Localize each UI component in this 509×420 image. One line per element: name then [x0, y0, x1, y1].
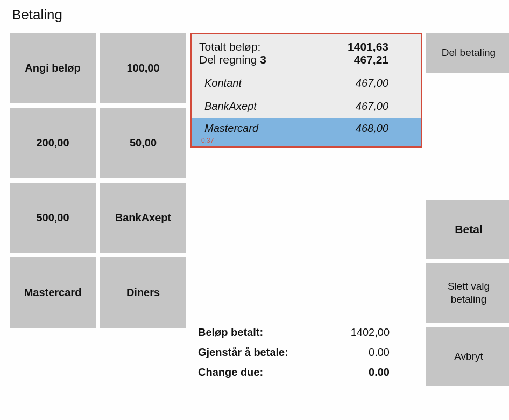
- payment-amount: 467,00: [356, 100, 413, 113]
- remaining-label: Gjenstår å betale:: [198, 346, 288, 359]
- mastercard-button[interactable]: Mastercard: [10, 257, 96, 328]
- split-payment-button[interactable]: Del betaling: [426, 33, 509, 73]
- cancel-button[interactable]: Avbryt: [426, 327, 509, 386]
- payment-sub-amount: 0,37: [201, 137, 214, 144]
- payment-method: Kontant: [204, 77, 242, 89]
- amount-keypad: Angi beløp 100,00 200,00 50,00 500,00 Ba…: [10, 33, 186, 386]
- pay-button[interactable]: Betal: [426, 200, 509, 259]
- totals-block: Beløp betalt: 1402,00 Gjenstår å betale:…: [190, 326, 422, 386]
- payment-method: Mastercard: [204, 122, 258, 135]
- total-value: 1401,63: [348, 40, 413, 53]
- angi-belop-button[interactable]: Angi beløp: [10, 33, 96, 103]
- payment-amount: 468,00: [356, 122, 413, 135]
- paid-value: 1402,00: [351, 326, 414, 339]
- payment-summary-panel: Totalt beløp: 1401,63 Del regning 3 467,…: [190, 33, 422, 148]
- amount-50-button[interactable]: 50,00: [100, 108, 186, 178]
- change-label: Change due:: [198, 366, 263, 379]
- total-label: Totalt beløp:: [199, 40, 260, 53]
- diners-button[interactable]: Diners: [100, 257, 186, 328]
- spacer: [426, 77, 509, 195]
- payment-amount: 467,00: [356, 77, 413, 89]
- amount-200-button[interactable]: 200,00: [10, 108, 96, 178]
- page-title: Betaling: [12, 6, 499, 23]
- paid-label: Beløp betalt:: [198, 326, 263, 339]
- payment-method: BankAxept: [204, 100, 257, 113]
- payment-line[interactable]: BankAxept 467,00: [192, 95, 421, 118]
- payment-line[interactable]: Kontant 467,00: [192, 72, 421, 95]
- split-value: 467,21: [354, 53, 413, 66]
- amount-100-button[interactable]: 100,00: [100, 33, 186, 103]
- delete-selected-payment-button[interactable]: Slett valg betaling: [426, 263, 509, 323]
- change-value: 0.00: [369, 366, 414, 379]
- amount-500-button[interactable]: 500,00: [10, 183, 96, 253]
- payment-lines: Kontant 467,00 BankAxept 467,00 Masterca…: [192, 72, 421, 146]
- bankaxept-button[interactable]: BankAxept: [100, 183, 186, 253]
- split-label: Del regning 3: [199, 53, 266, 66]
- action-column: Del betaling Betal Slett valg betaling A…: [426, 33, 509, 386]
- payment-line-selected[interactable]: Mastercard 468,00 0,37: [192, 118, 421, 146]
- remaining-value: 0.00: [369, 346, 414, 359]
